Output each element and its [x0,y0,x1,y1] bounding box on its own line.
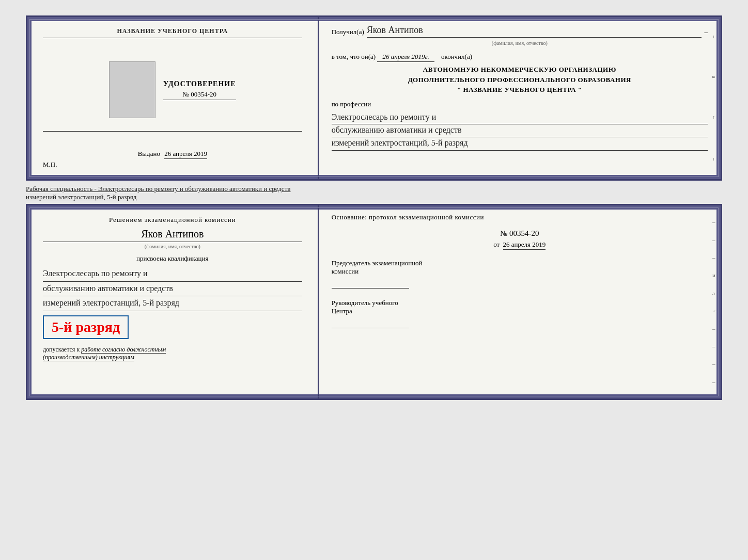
qualification-written: Электрослесарь по ремонту и обслуживанию… [43,267,302,311]
dash-5: а [712,290,718,296]
resheniem-label: Решением экзаменационной комиссии [43,216,302,224]
dash-3: – [712,254,718,261]
profession-line1: Электрослесарь по ремонту и [332,111,708,124]
recipient-line: Получил(а) Яков Антипов – [332,25,708,38]
rank-text: 5-й разряд [52,319,120,335]
dash-marks-right: – – – и а ← – – – – [712,216,718,388]
udostoverenie-number: № 00354-20 [163,90,236,100]
profession-line3: измерений электростанций, 5-й разряд [332,137,708,150]
predsedatel-sig-line [332,278,409,289]
side-mark-3: ← [710,115,718,120]
cert-photo [109,61,155,118]
side-mark-4: – [710,158,718,161]
dopuskaetsya-text2: (производственным) инструкциям [43,354,134,361]
certificate-top: НАЗВАНИЕ УЧЕБНОГО ЦЕНТРА УДОСТОВЕРЕНИЕ №… [26,15,722,181]
qual-line3: измерений электростанций, 5-й разряд [43,296,302,311]
completed-label: окончил(а) [441,53,472,60]
org-block: АВТОНОМНУЮ НЕКОММЕРЧЕСКУЮ ОРГАНИЗАЦИЮ ДО… [332,65,708,95]
cert-top-left-panel: НАЗВАНИЕ УЧЕБНОГО ЦЕНТРА УДОСТОВЕРЕНИЕ №… [27,17,319,179]
dash-9: – [712,361,718,367]
protocol-date: от 26 апреля 2019 [332,241,708,249]
qual-line2: обслуживанию автоматики и средств [43,282,302,297]
dopuskaetsya-label: допускается к [43,346,80,353]
org-line1: АВТОНОМНУЮ НЕКОММЕРЧЕСКУЮ ОРГАНИЗАЦИЮ [332,65,708,75]
org-line3: " НАЗВАНИЕ УЧЕБНОГО ЦЕНТРА " [332,85,708,95]
completed-date: 26 апреля 2019г. [377,53,434,62]
dash-1: – [712,219,718,225]
cert-top-right-panel: Получил(а) Яков Антипов – (фамилия, имя,… [319,17,721,179]
udostoverenie-title: УДОСТОВЕРЕНИЕ [163,80,236,88]
osnovanie-label: Основание: протокол экзаменационной коми… [332,213,708,221]
fio-label-bottom: (фамилия, имя, отчество) [43,244,302,249]
received-label: Получил(а) [332,27,364,38]
dash-8: – [712,343,718,349]
page-wrapper: НАЗВАНИЕ УЧЕБНОГО ЦЕНТРА УДОСТОВЕРЕНИЕ №… [10,10,738,405]
vydano-date: 26 апреля 2019 [164,150,207,159]
fio-label-top: (фамилия, имя, отчество) [332,39,708,47]
po-professii-label: по профессии [332,99,708,110]
cert-org-name: НАЗВАНИЕ УЧЕБНОГО ЦЕНТРА [43,27,302,38]
vtom-label: в том, что он(а) [332,53,376,60]
rukovoditel-label: Руководитель учебного [332,299,708,307]
cert-bottom-left-panel: Решением экзаменационной комиссии Яков А… [27,205,319,398]
dash-10: – [712,379,718,385]
cert-bottom-right-panel: Основание: протокол экзаменационной коми… [319,205,721,398]
profession-written: Электрослесарь по ремонту и обслуживанию… [332,111,708,151]
dash-6: ← [712,308,718,314]
rank-box: 5-й разряд [43,315,129,339]
side-mark-2: а [710,76,718,78]
name-written-bottom: Яков Антипов [43,228,302,242]
dash-after-name: – [704,27,708,38]
protocol-date-value: 26 апреля 2019 [503,241,546,250]
predsedatel-label: Председатель экзаменационной [332,259,708,267]
org-line2: ДОПОЛНИТЕЛЬНОГО ПРОФЕССИОНАЛЬНОГО ОБРАЗО… [332,75,708,85]
cert-udostoverenie-block: УДОСТОВЕРЕНИЕ № 00354-20 [163,80,236,100]
protocol-number: № 00354-20 [332,229,708,238]
vtom-line: в том, что он(а) 26 апреля 2019г. окончи… [332,52,708,62]
cert-left-middle: УДОСТОВЕРЕНИЕ № 00354-20 [43,49,302,145]
predsedatel-block: Председатель экзаменационной комиссии [332,259,708,289]
vydano-block: Выдано 26 апреля 2019 [43,150,302,158]
predsedatel-label2: комиссии [332,267,708,276]
dopuskaetsya-block: допускается к работе согласно должностны… [43,346,302,361]
between-text: Рабочая специальность - Электрослесарь п… [26,181,722,204]
rukovoditel-sig-line [332,318,409,328]
recipient-name: Яков Антипов [367,25,702,38]
ot-label: от [493,241,500,248]
dash-7: – [712,326,718,332]
mp-label: М.П. [43,161,302,169]
side-marks-top: – а ← – [710,17,718,179]
vydano-label: Выдано [138,150,160,157]
signature-line-top [43,131,302,132]
rukovoditel-block: Руководитель учебного Центра [332,299,708,328]
dash-4: и [712,272,718,278]
rukovoditel-label2: Центра [332,307,708,315]
profession-line2: обслуживанию автоматики и средств [332,124,708,137]
side-mark-1: – [710,36,718,38]
dopuskaetsya-text: работе согласно должностным [81,346,166,354]
certificate-bottom: Решением экзаменационной комиссии Яков А… [26,204,722,400]
dash-2: – [712,237,718,243]
qual-line1: Электрослесарь по ремонту и [43,267,302,282]
prisvoena-label: присвоена квалификация [43,254,302,263]
